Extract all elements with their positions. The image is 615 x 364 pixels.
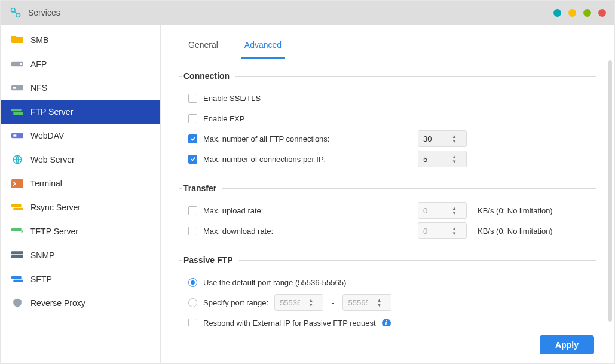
chevron-up-icon[interactable]: ▲ (452, 206, 457, 210)
web-icon (11, 154, 23, 166)
sidebar-item-terminal[interactable]: Terminal (1, 172, 160, 195)
svg-rect-14 (11, 204, 22, 207)
tftp-icon (11, 225, 23, 237)
stepper-arrows[interactable]: ▲▼ (305, 298, 317, 307)
label-enable-fxp: Enable FXP (203, 114, 244, 123)
svg-rect-17 (11, 251, 23, 254)
spinner-max-per-ip[interactable]: ▲▼ (418, 151, 467, 167)
shield-icon (11, 297, 23, 309)
input-range-to[interactable] (343, 298, 373, 307)
window-dot-maximize[interactable] (583, 9, 591, 17)
window-dot-close[interactable] (598, 9, 606, 17)
sidebar-item-label: WebDAV (30, 131, 64, 140)
window-dot-help[interactable] (568, 9, 576, 17)
app-window: Services SMB AFP (0, 0, 615, 364)
stepper-arrows[interactable]: ▲▼ (448, 227, 460, 235)
sidebar-item-sftp[interactable]: SFTP (1, 267, 160, 291)
chevron-down-icon[interactable]: ▼ (452, 211, 457, 215)
body: SMB AFP NFS FTP Server (1, 25, 614, 363)
svg-point-0 (11, 8, 16, 13)
stepper-arrows[interactable]: ▲▼ (448, 134, 460, 143)
checkbox-enable-ssl[interactable] (188, 94, 197, 103)
sidebar-item-webdav[interactable]: WebDAV (1, 124, 160, 148)
svg-rect-18 (11, 255, 23, 258)
radio-specify-range[interactable] (188, 298, 197, 307)
stepper-arrows[interactable]: ▲▼ (373, 298, 385, 307)
spinner-max-all[interactable]: ▲▼ (418, 130, 467, 147)
section-legend: Connection (182, 71, 235, 81)
tab-advanced[interactable]: Advanced (241, 35, 285, 59)
svg-rect-9 (13, 112, 23, 115)
chevron-down-icon[interactable]: ▼ (452, 231, 457, 235)
sidebar-item-smb[interactable]: SMB (1, 28, 160, 52)
row-use-default-range: Use the default port range (55536-55565) (179, 272, 596, 292)
chevron-down-icon[interactable]: ▼ (308, 303, 313, 307)
checkbox-max-upload[interactable] (188, 206, 197, 215)
stepper-arrows[interactable]: ▲▼ (448, 206, 460, 215)
label-max-upload: Max. upload rate: (203, 206, 412, 215)
checkbox-max-per-ip[interactable] (188, 155, 197, 164)
server-icon (11, 58, 23, 70)
input-max-download[interactable] (418, 227, 448, 235)
sidebar-item-label: SMB (30, 35, 48, 45)
chevron-up-icon[interactable]: ▲ (452, 134, 457, 139)
checkbox-enable-fxp[interactable] (188, 114, 197, 123)
sftp-icon (11, 273, 23, 285)
sidebar-item-ftp-server[interactable]: FTP Server (1, 100, 160, 124)
sidebar-item-label: Web Server (30, 155, 75, 164)
label-use-default-range: Use the default port range (55536-55565) (203, 278, 346, 287)
sidebar-item-nfs[interactable]: NFS (1, 76, 160, 100)
ftp-icon (11, 106, 23, 118)
input-max-upload[interactable] (418, 206, 448, 215)
spinner-range-to[interactable]: ▲▼ (342, 294, 391, 311)
apply-button[interactable]: Apply (540, 335, 594, 354)
terminal-icon (11, 178, 23, 189)
sidebar-item-reverse-proxy[interactable]: Reverse Proxy (1, 291, 160, 315)
sidebar-item-rsync-server[interactable]: Rsync Server (1, 195, 160, 219)
row-max-per-ip: Max. number of connections per IP: ▲▼ (179, 149, 596, 169)
row-max-download: Max. download rate: ▲▼ KB/s (0: No limit… (179, 221, 596, 241)
section-legend: Transfer (182, 183, 222, 193)
sidebar-item-label: FTP Server (30, 107, 73, 117)
chevron-up-icon[interactable]: ▲ (452, 155, 457, 159)
input-max-all[interactable] (418, 134, 448, 143)
svg-rect-11 (13, 134, 16, 136)
label-max-all: Max. number of all FTP connections: (203, 134, 412, 143)
chevron-up-icon[interactable]: ▲ (377, 298, 382, 302)
row-enable-ssl: Enable SSL/TLS (179, 88, 596, 108)
chevron-up-icon[interactable]: ▲ (452, 227, 457, 231)
svg-point-5 (20, 63, 22, 65)
chevron-down-icon[interactable]: ▼ (452, 139, 457, 143)
sidebar-item-tftp-server[interactable]: TFTP Server (1, 219, 160, 243)
sidebar-item-snmp[interactable]: SNMP (1, 243, 160, 267)
svg-rect-15 (13, 208, 23, 210)
snmp-icon (11, 249, 23, 261)
titlebar: Services (1, 1, 614, 25)
label-max-per-ip: Max. number of connections per IP: (203, 155, 412, 164)
sidebar-item-web-server[interactable]: Web Server (1, 148, 160, 172)
radio-use-default-range[interactable] (188, 278, 197, 287)
chevron-up-icon[interactable]: ▲ (308, 298, 313, 302)
row-specify-range: Specify port range: ▲▼ - ▲▼ (179, 292, 596, 313)
input-range-from[interactable] (275, 298, 305, 307)
chevron-down-icon[interactable]: ▼ (452, 160, 457, 164)
checkbox-max-download[interactable] (188, 227, 197, 235)
tab-general[interactable]: General (185, 35, 222, 59)
stepper-arrows[interactable]: ▲▼ (448, 155, 460, 164)
window-dot-minimize[interactable] (553, 9, 561, 17)
range-separator: - (332, 298, 334, 307)
svg-rect-3 (11, 36, 16, 39)
spinner-max-download[interactable]: ▲▼ (418, 222, 467, 239)
svg-point-1 (16, 13, 20, 17)
sidebar-item-label: Terminal (30, 179, 62, 188)
sidebar-item-afp[interactable]: AFP (1, 52, 160, 76)
sidebar-item-label: Rsync Server (30, 203, 81, 212)
chevron-down-icon[interactable]: ▼ (377, 303, 382, 307)
scrollbar[interactable] (608, 60, 612, 322)
main-panel: General Advanced Connection Enable SSL/T… (161, 25, 614, 363)
checkbox-max-all[interactable] (188, 134, 197, 143)
input-max-per-ip[interactable] (418, 155, 448, 164)
suffix-max-download: KB/s (0: No limitation) (478, 227, 553, 235)
spinner-range-from[interactable]: ▲▼ (274, 294, 323, 311)
spinner-max-upload[interactable]: ▲▼ (418, 202, 467, 219)
